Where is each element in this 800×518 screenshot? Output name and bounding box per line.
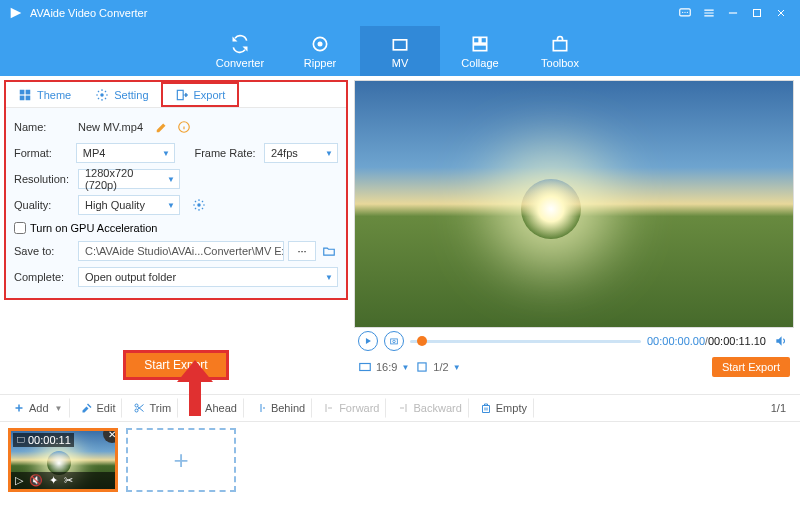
clip-timecode: 00:00:11: [13, 433, 74, 447]
svg-rect-4: [754, 10, 761, 17]
resolution-select[interactable]: 1280x720 (720p): [78, 169, 180, 189]
forward-button[interactable]: Forward: [316, 398, 386, 418]
svg-rect-13: [26, 89, 31, 94]
quality-label: Quality:: [14, 199, 74, 211]
edit-button[interactable]: Edit: [74, 398, 123, 418]
nav-toolbox[interactable]: Toolbox: [520, 26, 600, 76]
play-button[interactable]: [358, 331, 378, 351]
svg-rect-22: [360, 364, 371, 371]
quality-select[interactable]: High Quality: [78, 195, 180, 215]
seek-slider[interactable]: [410, 340, 641, 343]
saveto-input[interactable]: C:\AVAide Studio\AVAi...Converter\MV Exp…: [78, 241, 284, 261]
format-label: Format:: [14, 147, 72, 159]
resolution-label: Resolution:: [14, 173, 74, 185]
time-display: 00:00:00.00/00:00:11.10: [647, 335, 766, 347]
aspect-ratio-select[interactable]: 16:9▼: [358, 360, 409, 374]
nav-ripper[interactable]: Ripper: [280, 26, 360, 76]
svg-rect-23: [418, 363, 426, 371]
navbar: Converter Ripper MV Collage Toolbox: [0, 26, 800, 76]
clip-mute-icon[interactable]: 🔇: [29, 474, 43, 487]
app-logo-icon: [8, 5, 24, 21]
svg-rect-26: [17, 438, 25, 443]
svg-point-6: [318, 41, 323, 46]
trim-button[interactable]: Trim: [126, 398, 178, 418]
complete-label: Complete:: [14, 271, 74, 283]
svg-rect-14: [20, 95, 25, 100]
name-label: Name:: [14, 121, 74, 133]
volume-icon[interactable]: [772, 332, 790, 350]
tab-theme[interactable]: Theme: [6, 82, 83, 107]
nav-collage[interactable]: Collage: [440, 26, 520, 76]
framerate-label: Frame Rate:: [194, 147, 259, 159]
callout-arrow-icon: [175, 360, 215, 416]
open-folder-icon[interactable]: [320, 242, 338, 260]
feedback-icon[interactable]: [674, 2, 696, 24]
clip-controls: ▷ 🔇 ✦ ✂: [11, 472, 115, 489]
svg-rect-15: [26, 95, 31, 100]
framerate-select[interactable]: 24fps: [264, 143, 338, 163]
tab-setting[interactable]: Setting: [83, 82, 160, 107]
svg-point-2: [684, 12, 685, 13]
name-value: New MV.mp4: [78, 121, 143, 133]
maximize-icon[interactable]: [746, 2, 768, 24]
menu-icon[interactable]: [698, 2, 720, 24]
add-clip-button[interactable]: +: [126, 428, 236, 492]
snapshot-button[interactable]: [384, 331, 404, 351]
svg-rect-12: [20, 89, 25, 94]
quality-settings-icon[interactable]: [190, 196, 208, 214]
app-title: AVAide Video Converter: [30, 7, 147, 19]
export-panel: Theme Setting Export Name:New MV.mp4 For…: [4, 80, 348, 300]
complete-select[interactable]: Open output folder: [78, 267, 338, 287]
video-preview: [354, 80, 794, 328]
clip-edit-icon[interactable]: ✦: [49, 474, 58, 487]
svg-rect-9: [481, 37, 487, 43]
timeline-toolbar: Add▼ Edit Trim Ahead Behind Forward Back…: [0, 394, 800, 422]
svg-rect-7: [393, 39, 406, 49]
svg-point-19: [197, 203, 201, 207]
svg-rect-20: [391, 339, 398, 344]
clip-play-icon[interactable]: ▷: [15, 474, 23, 487]
saveto-label: Save to:: [14, 245, 74, 257]
clip-trim-icon[interactable]: ✂: [64, 474, 73, 487]
browse-button[interactable]: ···: [288, 241, 316, 261]
nav-mv[interactable]: MV: [360, 26, 440, 76]
clip-thumbnail[interactable]: 00:00:11 ✕ ▷ 🔇 ✦ ✂: [8, 428, 118, 492]
clips-row: 00:00:11 ✕ ▷ 🔇 ✦ ✂ +: [0, 422, 800, 498]
svg-point-3: [687, 12, 688, 13]
behind-button[interactable]: Behind: [248, 398, 312, 418]
clip-remove-icon[interactable]: ✕: [103, 428, 118, 443]
svg-rect-10: [473, 44, 486, 50]
gpu-checkbox[interactable]: [14, 222, 26, 234]
add-button[interactable]: Add▼: [6, 398, 70, 418]
format-select[interactable]: MP4: [76, 143, 175, 163]
svg-point-1: [682, 12, 683, 13]
titlebar: AVAide Video Converter: [0, 0, 800, 26]
option-bar: 16:9▼ 1/2▼ Start Export: [354, 354, 794, 380]
backward-button[interactable]: Backward: [390, 398, 468, 418]
minimize-icon[interactable]: [722, 2, 744, 24]
gpu-label: Turn on GPU Acceleration: [30, 222, 157, 234]
svg-rect-17: [177, 90, 183, 99]
svg-rect-8: [473, 37, 479, 43]
player-bar: 00:00:00.00/00:00:11.10: [354, 328, 794, 354]
start-export-secondary-button[interactable]: Start Export: [712, 357, 790, 377]
svg-point-21: [393, 340, 396, 343]
empty-button[interactable]: Empty: [473, 398, 534, 418]
close-icon[interactable]: [770, 2, 792, 24]
tab-export[interactable]: Export: [161, 82, 240, 107]
svg-point-16: [101, 93, 105, 97]
svg-rect-11: [553, 40, 566, 50]
zoom-select[interactable]: 1/2▼: [415, 360, 460, 374]
edit-name-icon[interactable]: [153, 118, 171, 136]
page-indicator: 1/1: [763, 402, 794, 414]
info-icon[interactable]: [175, 118, 193, 136]
nav-converter[interactable]: Converter: [200, 26, 280, 76]
